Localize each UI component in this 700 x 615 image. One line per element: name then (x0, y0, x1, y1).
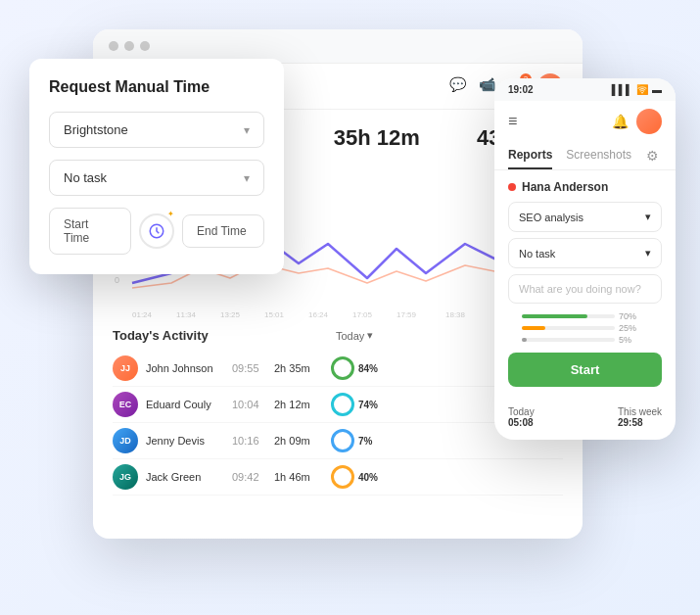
prod-label-2: 25% (619, 323, 648, 333)
mobile-bell-icon[interactable]: 🔔 (612, 114, 629, 129)
mobile-toolbar: ≡ 🔔 (494, 101, 676, 142)
svg-text:16:24: 16:24 (308, 310, 329, 319)
table-row: JG Jack Green 09:42 1h 46m 40% (113, 459, 563, 496)
status-icons: ▌▌▌ 🛜 ▬ (612, 84, 662, 95)
start-time-button[interactable]: Start Time (49, 208, 131, 255)
svg-text:15:01: 15:01 (264, 310, 285, 319)
progress-circle (331, 356, 354, 380)
mobile-status-bar: 19:02 ▌▌▌ 🛜 ▬ (494, 78, 676, 101)
status-time: 19:02 (508, 84, 534, 95)
progress-circle (331, 393, 354, 416)
project-select[interactable]: Brightstone ▾ (49, 112, 264, 148)
mobile-content: Hana Anderson SEO analysis ▾ No task ▾ W… (494, 170, 676, 406)
duration: 2h 09m (274, 435, 323, 447)
start-time: 09:42 (232, 471, 266, 483)
tab-screenshots[interactable]: Screenshots (566, 142, 631, 169)
task-select[interactable]: No task ▾ (49, 160, 264, 196)
progress-pct: 84% (358, 363, 378, 374)
project-value: Brightstone (64, 122, 128, 137)
progress-pct: 74% (358, 400, 378, 410)
progress-circle (331, 465, 354, 489)
prod-label-1: 70% (619, 311, 648, 321)
chevron-down-icon: ▾ (645, 247, 651, 260)
end-time-label: End Time (197, 224, 247, 238)
signal-icon: ▌▌▌ (612, 84, 632, 95)
user-name: Eduard Couly (146, 399, 224, 410)
prod-row-1: 70% (522, 311, 648, 321)
end-time-button[interactable]: End Time (182, 214, 264, 248)
prod-row-3: 5% (522, 335, 648, 345)
time-row: Start Time ✦ End Time (49, 208, 264, 255)
progress-wrap: 40% (331, 465, 563, 489)
activity-filter[interactable]: Today ▾ (336, 329, 373, 342)
hours-left-value: 35h 12m (334, 125, 420, 151)
mobile-panel: 19:02 ▌▌▌ 🛜 ▬ ≡ 🔔 Reports Screenshots ⚙ … (494, 78, 676, 440)
svg-text:11:34: 11:34 (176, 310, 197, 319)
manual-time-modal: Request Manual Time Brightstone ▾ No tas… (29, 59, 284, 274)
wifi-icon: 🛜 (636, 84, 648, 95)
mobile-task1-select[interactable]: SEO analysis ▾ (508, 202, 662, 232)
start-time: 10:04 (232, 399, 266, 410)
today-stat: Today 05:08 (508, 406, 535, 428)
start-time-label: Start Time (64, 217, 117, 245)
user-name: Jack Green (146, 471, 224, 483)
svg-text:01:24: 01:24 (132, 310, 153, 319)
avatar: EC (113, 392, 138, 417)
settings-icon[interactable]: ⚙ (646, 148, 662, 164)
chevron-down-icon: ▾ (244, 123, 250, 137)
duration: 2h 12m (274, 399, 323, 410)
svg-text:0: 0 (115, 275, 119, 285)
clock-rays-icon: ✦ (167, 210, 174, 218)
avatar: JG (113, 464, 138, 490)
progress-pct: 40% (358, 472, 378, 483)
productivity-mini: 70% 25% 5% (508, 311, 662, 345)
mobile-user-name: Hana Anderson (522, 180, 608, 194)
avatar: JJ (113, 355, 138, 381)
week-value: 29:58 (618, 417, 662, 428)
input-placeholder: What are you doing now? (519, 283, 641, 295)
svg-text:17:05: 17:05 (352, 310, 373, 319)
svg-text:17:59: 17:59 (397, 310, 417, 319)
clock-icon: ✦ (139, 213, 174, 249)
total-hours-left: 35h 12m (334, 125, 420, 151)
mobile-task2-select[interactable]: No task ▾ (508, 238, 662, 268)
prod-row-2: 25% (522, 323, 648, 333)
titlebar-dot-3 (140, 41, 150, 51)
battery-icon: ▬ (652, 84, 662, 95)
user-name: John Johnson (146, 362, 224, 374)
start-button[interactable]: Start (508, 353, 662, 387)
progress-circle (331, 429, 354, 452)
duration: 2h 35m (274, 362, 323, 374)
task-value: No task (64, 170, 107, 185)
activity-title: Today's Activity (113, 328, 209, 343)
svg-text:13:25: 13:25 (220, 310, 241, 319)
svg-text:18:38: 18:38 (445, 310, 466, 319)
week-label: This week (618, 406, 662, 417)
task2-value: No task (519, 248, 555, 260)
today-value: 05:08 (508, 417, 535, 428)
today-label: Today (508, 406, 535, 417)
prod-bar-fill-1 (522, 314, 587, 318)
mobile-tabs: Reports Screenshots ⚙ (494, 142, 676, 170)
tab-reports[interactable]: Reports (508, 142, 552, 169)
prod-bar-fill-2 (522, 326, 545, 330)
week-stat: This week 29:58 (618, 406, 662, 428)
task1-value: SEO analysis (519, 212, 583, 223)
start-time: 09:55 (232, 362, 266, 374)
progress-pct: 7% (358, 436, 372, 447)
mobile-footer: Today 05:08 This week 29:58 (494, 406, 676, 440)
titlebar-dot-2 (124, 41, 134, 51)
activity-input[interactable]: What are you doing now? (508, 274, 662, 304)
avatar: JD (113, 428, 138, 453)
chat-icon[interactable]: 💬 (449, 76, 469, 96)
chevron-down-icon: ▾ (244, 171, 250, 185)
modal-title: Request Manual Time (49, 78, 264, 96)
chevron-down-icon: ▾ (645, 211, 651, 223)
titlebar-dot-1 (109, 41, 118, 51)
online-dot (508, 183, 516, 191)
start-time: 10:16 (232, 435, 266, 447)
mobile-menu-icon[interactable]: ≡ (508, 113, 517, 130)
mobile-user-avatar[interactable] (636, 109, 662, 134)
duration: 1h 46m (274, 471, 323, 483)
prod-label-3: 5% (619, 335, 648, 345)
